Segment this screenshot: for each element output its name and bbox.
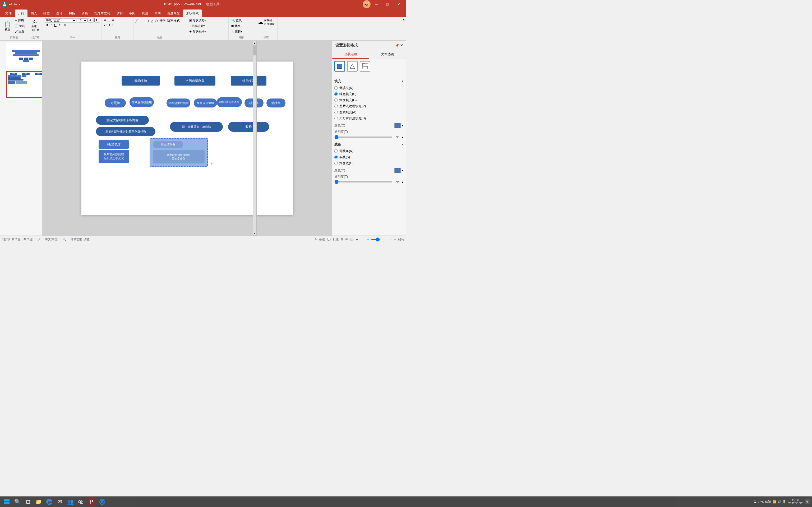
format-painter-button[interactable]: 🖌 重置 — [14, 29, 26, 34]
redo-icon[interactable]: ↪ — [14, 2, 17, 6]
tab-baidu[interactable]: 百度网盘 — [164, 9, 183, 17]
shape-transfer-group[interactable]: 对移组 — [266, 99, 286, 108]
shape-animal-experiment[interactable]: 动物实验 — [121, 76, 160, 86]
find-button[interactable]: 🔍 查找 — [230, 18, 243, 23]
italic-button[interactable]: I — [50, 23, 53, 27]
new-slide-button[interactable]: 🗂 新建幻灯片 — [30, 18, 41, 33]
zoom-out-icon[interactable]: − — [367, 238, 369, 241]
review-icon[interactable]: 💬 — [327, 238, 331, 241]
close-button[interactable]: ✕ — [393, 0, 404, 8]
shape-triangle-icon[interactable]: △ — [150, 18, 154, 23]
tab-home[interactable]: 开始 — [15, 9, 28, 17]
shape-effect-button[interactable]: ◈ 形状效果▾ — [188, 29, 207, 34]
slide-2-thumb[interactable]: 动物 含药 细胞 — [6, 71, 42, 98]
canvas-scrollbar-v[interactable]: ▲ ▼ — [253, 41, 257, 235]
tab-draw[interactable]: 绘图 — [40, 9, 53, 17]
shape-blood-collection[interactable]: 颈主动脉采血，单血清 — [170, 122, 223, 132]
shape-capsule-group[interactable]: 灰苔辰胶囊组 — [194, 99, 217, 108]
shape-outline-button[interactable]: □ 形状轮廓▾ — [188, 23, 206, 29]
tab-text-options[interactable]: 文本选项 — [369, 50, 406, 59]
fill-section-header[interactable]: 填充 ∧ — [335, 79, 404, 84]
scroll-down-arrow[interactable]: ▼ — [253, 232, 256, 235]
shape-measure-pain[interactable]: 测定大鼠机械痛痛阈值 — [96, 116, 149, 125]
shadow-icon-btn[interactable] — [347, 61, 358, 71]
line-transparency-up[interactable]: ▲ — [401, 181, 404, 183]
fill-option-none[interactable]: 无填充(N) — [335, 86, 404, 90]
select-button[interactable]: ↖ 选择▾ — [230, 29, 244, 34]
fill-radio-slide-bg[interactable] — [335, 117, 338, 120]
shape-control-group[interactable]: 对照组 — [105, 99, 126, 108]
fill-color-dropdown[interactable]: ▼ — [401, 124, 404, 127]
fill-option-pattern[interactable]: 图案填充(A) — [335, 110, 404, 115]
shape-drug-serum[interactable]: 含药血清刮备 — [174, 76, 215, 86]
shape-circle-icon[interactable]: ○ — [147, 18, 150, 23]
tab-design[interactable]: 设计 — [53, 9, 65, 17]
view-normal-icon[interactable]: ⊞ — [341, 238, 343, 241]
line-option-solid[interactable]: 实线(S) — [335, 155, 404, 160]
fill-option-solid[interactable]: 纯色填充(S) — [335, 92, 404, 96]
tab-insert[interactable]: 插入 — [28, 9, 40, 17]
shape-collect[interactable]: 收样 — [228, 122, 269, 132]
bold-button[interactable]: B — [45, 23, 49, 27]
fill-radio-gradient[interactable] — [335, 99, 338, 102]
fill-option-picture[interactable]: 图片或纹理填充(P) — [335, 104, 404, 109]
shape-fill-button[interactable]: ▣ 形状填充▾ — [188, 18, 207, 23]
tab-slideshow[interactable]: 幻灯片放映 — [91, 9, 113, 17]
scroll-up-arrow[interactable]: ▲ — [253, 41, 256, 45]
cut-button[interactable]: ✂ 剪切 — [14, 18, 26, 23]
save-icon[interactable]: 💾 — [2, 2, 7, 7]
right-panel-pin-icon[interactable]: 📌 — [395, 44, 399, 47]
shape-he-staining[interactable]: HE染色体 — [99, 140, 129, 149]
fill-radio-solid[interactable] — [335, 93, 338, 96]
arrange-button[interactable]: 排列 — [159, 18, 166, 23]
line-color-swatch[interactable] — [394, 168, 401, 173]
line-option-none[interactable]: 无线条(N) — [335, 149, 404, 154]
shape-line-icon[interactable]: ╱ — [135, 18, 138, 23]
line-option-gradient[interactable]: 渐变线(G) — [335, 161, 404, 166]
line-radio-none[interactable] — [335, 150, 338, 153]
customize-icon[interactable]: ▼ — [18, 3, 21, 6]
tab-file[interactable]: 文件 — [2, 9, 15, 17]
fill-radio-none[interactable] — [335, 87, 338, 90]
font-size-increase[interactable]: A↑ — [88, 18, 94, 22]
line-color-control[interactable]: ▼ — [394, 168, 404, 173]
line-radio-gradient[interactable] — [335, 162, 338, 165]
fill-transparency-slider[interactable] — [335, 136, 393, 137]
minimize-button[interactable]: ─ — [371, 0, 382, 8]
copy-button[interactable]: 📄 复制 — [14, 23, 26, 29]
tab-review[interactable]: 审阅 — [126, 9, 139, 17]
zoom-in-icon[interactable]: + — [394, 238, 396, 241]
paste-button[interactable]: 📋 粘贴 — [2, 20, 13, 33]
ribbon-collapse-button[interactable]: ∧ — [402, 17, 406, 40]
size-position-icon-btn[interactable] — [360, 61, 370, 71]
fill-radio-picture[interactable] — [335, 105, 338, 108]
line-radio-solid[interactable] — [335, 156, 338, 159]
line-color-dropdown[interactable]: ▼ — [401, 169, 404, 172]
fill-color-swatch[interactable] — [394, 123, 401, 128]
view-outline-icon[interactable]: ☰ — [345, 238, 348, 241]
notes-view-icon[interactable]: 📝 — [37, 238, 41, 241]
bullets-button[interactable]: • ≡ — [103, 23, 108, 27]
view-slideshow-icon[interactable]: ▶ — [356, 238, 358, 241]
tab-transition[interactable]: 切换 — [65, 9, 78, 17]
slide-1-thumb[interactable] — [6, 43, 42, 69]
replace-button[interactable]: ⇄ 替换 — [230, 23, 241, 29]
align-center-button[interactable]: ☰ — [107, 18, 111, 23]
shape-serum-inner[interactable]: 抑血清刮备 — [153, 141, 183, 148]
font-family-select[interactable]: 等线 (正文) — [45, 18, 77, 22]
tab-shape-format[interactable]: 形状格式 — [183, 9, 202, 17]
shape-saline-group[interactable]: 生理盐水对照组 — [166, 99, 190, 108]
fill-collapse-icon[interactable]: ∧ — [402, 79, 404, 83]
scroll-thumb-v[interactable] — [253, 45, 256, 55]
tab-help[interactable]: 帮助 — [151, 9, 164, 17]
tab-view[interactable]: 视图 — [139, 9, 151, 17]
numbering-button[interactable]: 1. ≡ — [108, 23, 114, 27]
align-left-button[interactable]: ≡ — [103, 18, 106, 23]
fill-radio-pattern[interactable] — [335, 111, 338, 114]
shape-observe-pathology[interactable]: 观察前列腺病理 组织形态学变化 — [99, 150, 129, 163]
font-color-button[interactable]: A — [63, 23, 67, 27]
shape-observe-inner[interactable]: 观察前列腺病理组织形态学变化 — [153, 150, 205, 163]
shape-prostatitis-model[interactable]: 前列腺炎模型组 — [130, 97, 154, 107]
maximize-button[interactable]: □ — [382, 0, 393, 8]
undo-icon[interactable]: ↩ — [9, 2, 12, 6]
